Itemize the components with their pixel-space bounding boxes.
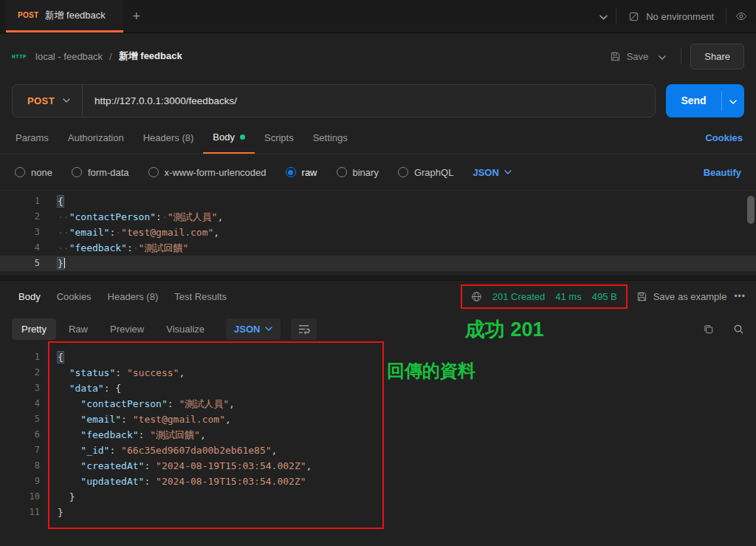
radio-label: none bbox=[31, 167, 52, 178]
chevron-down-icon bbox=[599, 11, 608, 22]
save-options-chevron[interactable] bbox=[653, 47, 672, 66]
text-cursor bbox=[64, 258, 66, 268]
tab-authorization[interactable]: Authorization bbox=[58, 122, 134, 154]
body-type-urlencoded[interactable]: x-www-form-urlencoded bbox=[148, 167, 267, 178]
body-format-dropdown[interactable]: JSON bbox=[472, 167, 511, 178]
tab-title: 新增 feedback bbox=[44, 9, 105, 22]
request-header-row: HTTP local - feedback / 新增 feedback Save… bbox=[0, 33, 756, 79]
view-raw[interactable]: Raw bbox=[59, 318, 97, 340]
breadcrumb-request-name[interactable]: 新增 feedback bbox=[119, 50, 182, 63]
code-line: 11} bbox=[0, 505, 756, 520]
response-size: 495 B bbox=[592, 291, 617, 302]
tab-label: Headers (8) bbox=[108, 291, 159, 302]
tab-scripts[interactable]: Scripts bbox=[255, 122, 303, 154]
code-line[interactable]: 5} bbox=[0, 256, 756, 271]
search-icon bbox=[733, 324, 744, 335]
new-tab-button[interactable]: + bbox=[123, 0, 150, 33]
save-button[interactable]: Save bbox=[605, 47, 653, 66]
code-line: 9 "updatedAt": "2024-08-19T15:03:54.002Z… bbox=[0, 474, 756, 489]
tab-label: Scripts bbox=[264, 132, 294, 143]
pane-splitter[interactable] bbox=[0, 276, 756, 281]
response-meta-row: Body Cookies Headers (8) Test Results 20… bbox=[0, 281, 756, 312]
send-button[interactable]: Send bbox=[666, 84, 744, 117]
share-button-label: Share bbox=[704, 51, 730, 62]
radio-label: form-data bbox=[88, 167, 129, 178]
save-as-example-button[interactable]: Save as example bbox=[636, 291, 727, 302]
chevron-down-icon bbox=[63, 98, 70, 103]
code-line: 2 "status": "success", bbox=[0, 365, 756, 381]
beautify-link[interactable]: Beautify bbox=[704, 167, 741, 178]
editor-scrollbar[interactable] bbox=[747, 196, 755, 224]
eye-icon bbox=[735, 10, 747, 22]
url-input[interactable]: http://127.0.0.1:3000/feedbacks/ bbox=[83, 95, 655, 106]
tab-params[interactable]: Params bbox=[6, 122, 58, 154]
view-label: Pretty bbox=[21, 324, 47, 335]
radio-icon bbox=[337, 167, 347, 177]
response-view-row: Pretty Raw Preview Visualize JSON bbox=[0, 312, 756, 346]
tab-headers[interactable]: Headers (8) bbox=[134, 122, 204, 154]
tab-label: Params bbox=[16, 132, 49, 143]
cookies-link[interactable]: Cookies bbox=[698, 122, 750, 154]
send-button-label[interactable]: Send bbox=[666, 84, 721, 117]
tab-label: Settings bbox=[313, 132, 348, 143]
share-button[interactable]: Share bbox=[690, 44, 744, 69]
view-pretty[interactable]: Pretty bbox=[12, 318, 56, 340]
view-label: Preview bbox=[110, 324, 144, 335]
body-type-graphql[interactable]: GraphQL bbox=[398, 167, 453, 178]
beautify-label: Beautify bbox=[704, 167, 741, 178]
send-options-chevron[interactable] bbox=[722, 84, 744, 117]
wrap-line-button[interactable] bbox=[291, 318, 317, 340]
annotation-success-text: 成功 201 bbox=[465, 316, 544, 343]
view-visualize[interactable]: Visualize bbox=[157, 318, 214, 340]
body-type-raw[interactable]: raw bbox=[286, 167, 317, 178]
request-body-editor[interactable]: 1{2··"contactPerson":·"測試人員",3··"email":… bbox=[0, 190, 756, 276]
annotation-status-box: 201 Created 41 ms 495 B bbox=[461, 284, 628, 309]
tab-settings[interactable]: Settings bbox=[303, 122, 357, 154]
plus-icon: + bbox=[133, 9, 141, 24]
copy-response-button[interactable] bbox=[703, 324, 714, 335]
tab-list-chevron-button[interactable] bbox=[591, 0, 616, 33]
code-line[interactable]: 3··"email":·"test@gmail.com", bbox=[0, 225, 756, 240]
response-tab-cookies[interactable]: Cookies bbox=[49, 291, 100, 302]
line-number: 3 bbox=[0, 225, 40, 240]
code-line[interactable]: 2··"contactPerson":·"測試人員", bbox=[0, 209, 756, 225]
code-line: 10 } bbox=[0, 489, 756, 505]
breadcrumb-collection[interactable]: local - feedback bbox=[35, 51, 103, 62]
response-toolbar-right bbox=[703, 324, 744, 335]
code-line: 1{ bbox=[0, 349, 756, 365]
response-tab-body[interactable]: Body bbox=[10, 291, 49, 302]
format-label: JSON bbox=[234, 324, 260, 335]
view-preview[interactable]: Preview bbox=[100, 318, 154, 340]
code-line[interactable]: 4··"feedback":·"測試回饋" bbox=[0, 240, 756, 256]
annotation-returned-data-text: 回傳的資料 bbox=[387, 359, 475, 383]
chevron-down-icon bbox=[729, 95, 737, 106]
method-dropdown[interactable]: POST bbox=[13, 85, 82, 117]
more-options-icon: ••• bbox=[734, 291, 746, 301]
tab-body[interactable]: Body bbox=[203, 122, 255, 154]
save-as-example-label: Save as example bbox=[653, 291, 727, 302]
response-format-dropdown[interactable]: JSON bbox=[226, 318, 281, 340]
code-line[interactable]: 1{ bbox=[0, 194, 756, 209]
no-environment-icon bbox=[628, 11, 639, 22]
line-number: 2 bbox=[0, 209, 40, 225]
body-type-binary[interactable]: binary bbox=[337, 167, 379, 178]
response-tab-headers[interactable]: Headers (8) bbox=[100, 291, 167, 302]
more-options-button[interactable]: ••• bbox=[734, 291, 746, 301]
view-label: Raw bbox=[69, 324, 88, 335]
tab-label: Body bbox=[18, 291, 41, 302]
response-body-viewer: 1{2 "status": "success",3 "data": {4 "co… bbox=[0, 346, 756, 546]
search-response-button[interactable] bbox=[733, 324, 744, 335]
request-tab[interactable]: POST 新增 feedback bbox=[6, 0, 123, 33]
environment-selector[interactable]: No environment bbox=[616, 0, 726, 33]
breadcrumb-separator: / bbox=[109, 51, 112, 62]
body-type-none[interactable]: none bbox=[15, 167, 52, 178]
divider bbox=[681, 48, 681, 64]
environment-quick-look-button[interactable] bbox=[726, 0, 756, 33]
tab-method-label: POST bbox=[18, 11, 38, 19]
response-tab-test-results[interactable]: Test Results bbox=[166, 291, 235, 302]
line-number: 7 bbox=[0, 443, 40, 458]
body-type-form-data[interactable]: form-data bbox=[72, 167, 129, 178]
code-line: 3 "data": { bbox=[0, 381, 756, 396]
radio-icon bbox=[398, 167, 408, 177]
radio-label: x-www-form-urlencoded bbox=[165, 167, 267, 178]
